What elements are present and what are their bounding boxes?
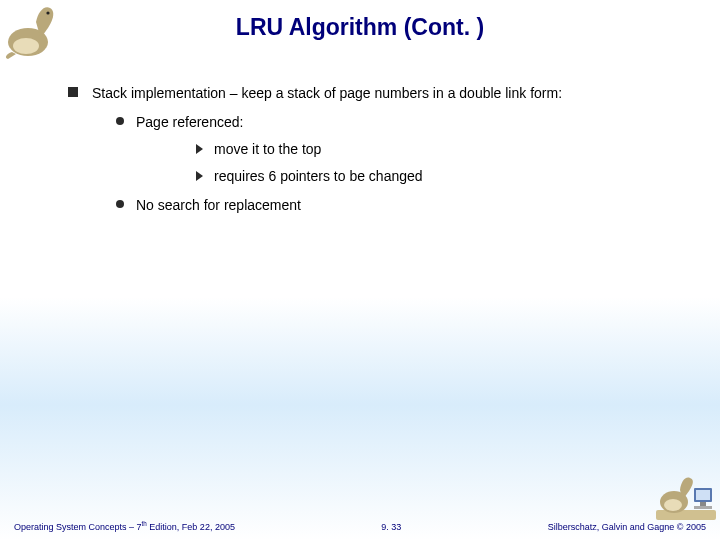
footer-page-number: 9. 33 xyxy=(235,522,548,532)
bullet-main: Stack implementation – keep a stack of p… xyxy=(68,84,670,214)
bullet-sub-page-ref-text: Page referenced: xyxy=(136,114,243,130)
svg-rect-3 xyxy=(656,510,716,520)
footer-left-prefix: Operating System Concepts – 7 xyxy=(14,522,142,532)
bullet-arrow-pointers-text: requires 6 pointers to be changed xyxy=(214,168,423,184)
slide-footer: Operating System Concepts – 7th Edition,… xyxy=(0,520,720,532)
svg-point-5 xyxy=(664,499,682,511)
svg-rect-7 xyxy=(696,490,710,500)
bullet-main-text: Stack implementation – keep a stack of p… xyxy=(92,85,562,101)
bullet-sub-no-search-text: No search for replacement xyxy=(136,197,301,213)
footer-left-suffix: Edition, Feb 22, 2005 xyxy=(147,522,235,532)
bullet-sub-no-search: No search for replacement xyxy=(116,196,670,215)
bullet-arrow-move-text: move it to the top xyxy=(214,141,321,157)
slide-title: LRU Algorithm (Cont. ) xyxy=(0,0,720,41)
bullet-sub-page-ref: Page referenced: move it to the top requ… xyxy=(116,113,670,186)
dinosaur-computer-icon xyxy=(654,474,718,522)
slide-content: Stack implementation – keep a stack of p… xyxy=(0,58,720,214)
dinosaur-icon xyxy=(2,2,66,60)
bullet-arrow-pointers: requires 6 pointers to be changed xyxy=(196,167,670,186)
svg-point-1 xyxy=(13,38,39,54)
slide-header: LRU Algorithm (Cont. ) xyxy=(0,0,720,58)
svg-rect-9 xyxy=(694,506,712,509)
svg-point-2 xyxy=(46,11,49,14)
footer-left: Operating System Concepts – 7th Edition,… xyxy=(14,520,235,532)
svg-rect-8 xyxy=(700,502,706,506)
footer-copyright: Silberschatz, Galvin and Gagne © 2005 xyxy=(548,522,706,532)
bullet-arrow-move: move it to the top xyxy=(196,140,670,159)
